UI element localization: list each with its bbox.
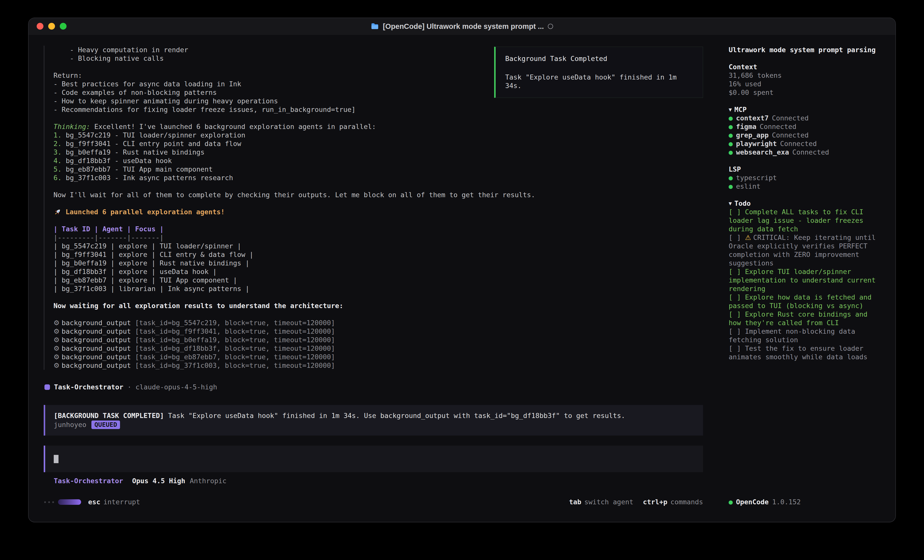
wait-text: Now I'll wait for all of them to complet… (54, 191, 703, 199)
completed-message: [BACKGROUND TASK COMPLETED] Task "Explor… (54, 412, 694, 420)
commands-key: ctrl+p (643, 498, 668, 506)
background-task-toast: Background Task Completed Task "Explore … (494, 46, 703, 98)
statusbar-app: ● OpenCode 1.0.152 (720, 498, 896, 506)
table-row: | bg_eb87ebb7 | explore | TUI App compon… (54, 276, 703, 284)
mcp-name: context7 (736, 114, 769, 122)
lsp-item: ●typescript (729, 174, 881, 182)
todo-heading-text: Todo (734, 199, 751, 207)
list-text: bg_5547c219 - TUI loader/spinner explora… (62, 131, 246, 139)
mcp-heading-text: MCP (734, 106, 747, 114)
agent-list-item: 6. bg_37f1c003 - Ink async patterns rese… (54, 174, 703, 182)
tool-gear-icon: ⚙ (54, 328, 60, 335)
agent-icon (45, 384, 50, 390)
return-item: - How to keep spinner animating during h… (54, 97, 703, 105)
username: junhoyeo (54, 421, 86, 429)
launched-banner: Launched 6 parallel exploration agents! (54, 208, 703, 216)
lsp-name: typescript (736, 174, 777, 182)
status-dot-icon: ● (729, 131, 733, 139)
tool-name: background_output (62, 353, 131, 361)
mcp-name: websearch_exa (736, 148, 789, 156)
todo-item: [ ] Test the fix to ensure loader animat… (729, 344, 881, 361)
statusbar-main: esc interrupt tab switch agent ctrl+p co… (28, 498, 720, 506)
list-text: bg_37f1c003 - Ink async patterns researc… (62, 174, 233, 182)
todo-list: [ ] Complete ALL tasks to fix CLI loader… (729, 208, 881, 361)
todo-item: [ ] Explore TUI loader/spinner implement… (729, 268, 881, 293)
list-number: 2. (54, 140, 62, 148)
tool-call: ⚙background_output [task_id=bg_b0effa19,… (54, 336, 703, 344)
footer-model-name: Opus 4.5 High (132, 477, 185, 485)
agent-name: Task-Orchestrator (54, 383, 123, 391)
todo-item: [ ] Complete ALL tasks to fix CLI loader… (729, 208, 881, 233)
banner-text: Launched 6 parallel exploration agents! (66, 208, 225, 216)
collapse-icon: ▼ (729, 201, 732, 207)
table-row: | bg_f9ff3041 | explore | CLI entry & da… (54, 250, 703, 259)
tool-calls: ⚙background_output [task_id=bg_5547c219,… (54, 319, 703, 370)
tool-args: [task_id=bg_b0effa19, block=true, timeou… (131, 336, 335, 344)
list-number: 5. (54, 165, 62, 173)
tool-call: ⚙background_output [task_id=bg_f9ff3041,… (54, 327, 703, 336)
minimize-button[interactable] (48, 23, 55, 30)
mcp-status: Connected (772, 114, 808, 122)
footer-agent-name: Task-Orchestrator (54, 477, 123, 485)
waiting-text: Now waiting for all exploration results … (54, 302, 703, 310)
warning-icon: ⚠ (745, 234, 753, 241)
thinking-line: Thinking: Excellent! I've launched 6 bac… (54, 123, 703, 131)
todo-item: [ ] ⚠ CRITICAL: Keep iterating until Ora… (729, 233, 881, 268)
footer-provider-name: Anthropic (190, 477, 226, 485)
lsp-item: ●eslint (729, 182, 881, 191)
todo-item: [ ] Implement non-blocking data fetching… (729, 327, 881, 344)
mcp-status: Connected (772, 131, 808, 139)
window-controls (28, 23, 66, 30)
lsp-name: eslint (736, 183, 760, 190)
mcp-item: ●context7Connected (729, 114, 881, 123)
agent-list-item: 1. bg_5547c219 - TUI loader/spinner expl… (54, 131, 703, 139)
text-cursor (54, 455, 58, 463)
progress-pill (58, 499, 81, 505)
list-number: 1. (54, 131, 62, 139)
agent-footer: Task-Orchestrator Opus 4.5 High Anthropi… (44, 477, 703, 485)
context-stat: $0.00 spent (729, 88, 881, 97)
tool-gear-icon: ⚙ (54, 362, 60, 369)
tool-call: ⚙background_output [task_id=bg_eb87ebb7,… (54, 353, 703, 361)
table-row: | bg_b0effa19 | explore | Rust native bi… (54, 259, 703, 268)
list-number: 3. (54, 148, 62, 156)
context-section: Context 31,686 tokens16% used$0.00 spent (729, 63, 881, 97)
sidebar-title: Ultrawork mode system prompt parsing (729, 46, 881, 54)
table-row: | bg_df18bb3f | explore | useData hook | (54, 268, 703, 276)
tool-name: background_output (62, 328, 131, 335)
tool-gear-icon: ⚙ (54, 336, 60, 344)
tool-name: background_output (62, 336, 131, 344)
commands-label: commands (670, 498, 703, 506)
separator-dot: · (127, 383, 131, 391)
agent-model: claude-opus-4-5-high (136, 383, 217, 391)
context-stat: 16% used (729, 80, 881, 88)
agent-header: Task-Orchestrator · claude-opus-4-5-high (45, 383, 703, 391)
mcp-item: ●playwrightConnected (729, 139, 881, 148)
agent-list-item: 3. bg_b0effa19 - Rust native bindings (54, 148, 703, 157)
todo-section: ▼Todo [ ] Complete ALL tasks to fix CLI … (729, 199, 881, 361)
tool-args: [task_id=bg_eb87ebb7, block=true, timeou… (131, 353, 335, 361)
tab-label: switch agent (584, 498, 633, 506)
esc-label: interrupt (104, 498, 140, 506)
completed-prefix: [BACKGROUND TASK COMPLETED] (54, 412, 164, 419)
tool-call: ⚙background_output [task_id=bg_5547c219,… (54, 319, 703, 327)
thinking-block: Thinking: Excellent! I've launched 6 bac… (54, 123, 703, 182)
mcp-name: figma (736, 123, 756, 130)
drag-dots-icon (44, 501, 54, 503)
tool-gear-icon: ⚙ (54, 353, 60, 361)
status-dot-icon: ● (729, 174, 733, 182)
todo-item: [ ] Explore Rust core bindings and how t… (729, 310, 881, 327)
lsp-section: LSP ●typescript●eslint (729, 165, 881, 191)
completed-user-row: junhoyeo QUEUED (54, 421, 694, 429)
tab-hint: tab switch agent (569, 498, 633, 506)
table-rows: | bg_5547c219 | explore | TUI loader/spi… (54, 242, 703, 293)
completed-rest: Task "Explore useData hook" finished in … (164, 412, 625, 419)
status-dot-icon: ● (729, 123, 733, 130)
close-button[interactable] (37, 23, 44, 30)
zoom-button[interactable] (60, 23, 66, 30)
list-number: 4. (54, 157, 62, 165)
prompt-input[interactable] (44, 446, 703, 472)
status-dot-icon: ● (729, 498, 733, 506)
table-row: | bg_5547c219 | explore | TUI loader/spi… (54, 242, 703, 250)
tab-key: tab (569, 498, 582, 506)
